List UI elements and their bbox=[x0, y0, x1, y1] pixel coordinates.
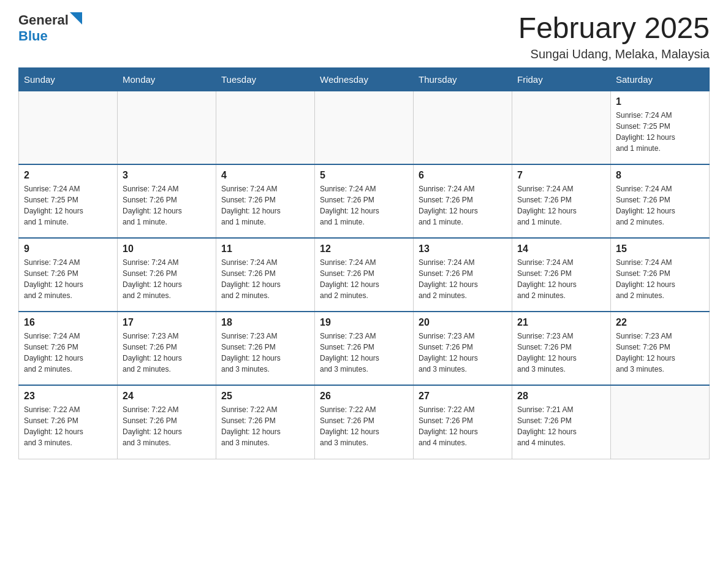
day-number: 18 bbox=[221, 317, 309, 328]
day-number: 11 bbox=[221, 243, 309, 255]
logo-triangle-icon bbox=[70, 12, 82, 25]
calendar-cell: 13Sunrise: 7:24 AM Sunset: 7:26 PM Dayli… bbox=[414, 238, 512, 312]
day-number: 16 bbox=[24, 317, 112, 328]
calendar-week-4: 16Sunrise: 7:24 AM Sunset: 7:26 PM Dayli… bbox=[19, 312, 710, 385]
day-number: 8 bbox=[616, 170, 704, 181]
day-number: 1 bbox=[616, 96, 704, 107]
day-info: Sunrise: 7:24 AM Sunset: 7:26 PM Dayligh… bbox=[419, 257, 507, 301]
day-number: 13 bbox=[419, 243, 507, 255]
day-number: 27 bbox=[419, 391, 507, 402]
day-info: Sunrise: 7:24 AM Sunset: 7:26 PM Dayligh… bbox=[24, 331, 112, 375]
calendar-cell: 18Sunrise: 7:23 AM Sunset: 7:26 PM Dayli… bbox=[216, 312, 315, 385]
calendar-cell: 17Sunrise: 7:23 AM Sunset: 7:26 PM Dayli… bbox=[118, 312, 216, 385]
day-number: 6 bbox=[419, 170, 507, 181]
logo-text: General Blue bbox=[18, 12, 82, 44]
day-number: 22 bbox=[616, 317, 704, 328]
day-number: 28 bbox=[517, 391, 605, 402]
day-number: 5 bbox=[320, 170, 408, 181]
day-info: Sunrise: 7:22 AM Sunset: 7:26 PM Dayligh… bbox=[24, 404, 112, 448]
calendar-cell: 6Sunrise: 7:24 AM Sunset: 7:26 PM Daylig… bbox=[414, 164, 512, 238]
day-info: Sunrise: 7:23 AM Sunset: 7:26 PM Dayligh… bbox=[123, 331, 211, 375]
location-text: Sungai Udang, Melaka, Malaysia bbox=[518, 47, 710, 61]
calendar-cell: 7Sunrise: 7:24 AM Sunset: 7:26 PM Daylig… bbox=[512, 164, 611, 238]
day-header-monday: Monday bbox=[118, 67, 216, 91]
day-number: 7 bbox=[517, 170, 605, 181]
day-info: Sunrise: 7:24 AM Sunset: 7:26 PM Dayligh… bbox=[24, 257, 112, 301]
calendar-cell: 12Sunrise: 7:24 AM Sunset: 7:26 PM Dayli… bbox=[315, 238, 414, 312]
day-number: 17 bbox=[123, 317, 211, 328]
day-number: 4 bbox=[221, 170, 309, 181]
calendar-cell: 4Sunrise: 7:24 AM Sunset: 7:26 PM Daylig… bbox=[216, 164, 315, 238]
calendar-cell: 11Sunrise: 7:24 AM Sunset: 7:26 PM Dayli… bbox=[216, 238, 315, 312]
calendar-week-1: 1Sunrise: 7:24 AM Sunset: 7:25 PM Daylig… bbox=[19, 91, 710, 164]
day-info: Sunrise: 7:22 AM Sunset: 7:26 PM Dayligh… bbox=[320, 404, 408, 448]
day-number: 15 bbox=[616, 243, 704, 255]
calendar-cell: 2Sunrise: 7:24 AM Sunset: 7:25 PM Daylig… bbox=[19, 164, 118, 238]
calendar-cell: 23Sunrise: 7:22 AM Sunset: 7:26 PM Dayli… bbox=[19, 385, 118, 459]
calendar-cell: 22Sunrise: 7:23 AM Sunset: 7:26 PM Dayli… bbox=[611, 312, 710, 385]
calendar-cell: 27Sunrise: 7:22 AM Sunset: 7:26 PM Dayli… bbox=[414, 385, 512, 459]
day-header-tuesday: Tuesday bbox=[216, 67, 315, 91]
calendar-cell: 9Sunrise: 7:24 AM Sunset: 7:26 PM Daylig… bbox=[19, 238, 118, 312]
day-info: Sunrise: 7:24 AM Sunset: 7:26 PM Dayligh… bbox=[123, 257, 211, 301]
calendar-cell: 3Sunrise: 7:24 AM Sunset: 7:26 PM Daylig… bbox=[118, 164, 216, 238]
calendar-cell: 21Sunrise: 7:23 AM Sunset: 7:26 PM Dayli… bbox=[512, 312, 611, 385]
day-number: 19 bbox=[320, 317, 408, 328]
day-info: Sunrise: 7:22 AM Sunset: 7:26 PM Dayligh… bbox=[123, 404, 211, 448]
calendar-cell bbox=[512, 91, 611, 164]
day-number: 21 bbox=[517, 317, 605, 328]
day-number: 24 bbox=[123, 391, 211, 402]
title-section: February 2025 Sungai Udang, Melaka, Mala… bbox=[518, 12, 710, 61]
day-number: 3 bbox=[123, 170, 211, 181]
calendar-cell bbox=[216, 91, 315, 164]
day-header-saturday: Saturday bbox=[611, 67, 710, 91]
logo-general: General bbox=[18, 12, 69, 28]
logo: General Blue bbox=[18, 12, 82, 44]
calendar-cell: 16Sunrise: 7:24 AM Sunset: 7:26 PM Dayli… bbox=[19, 312, 118, 385]
calendar-cell: 15Sunrise: 7:24 AM Sunset: 7:26 PM Dayli… bbox=[611, 238, 710, 312]
calendar-body: 1Sunrise: 7:24 AM Sunset: 7:25 PM Daylig… bbox=[19, 91, 710, 459]
day-info: Sunrise: 7:24 AM Sunset: 7:26 PM Dayligh… bbox=[419, 183, 507, 228]
calendar-cell: 10Sunrise: 7:24 AM Sunset: 7:26 PM Dayli… bbox=[118, 238, 216, 312]
day-info: Sunrise: 7:23 AM Sunset: 7:26 PM Dayligh… bbox=[517, 331, 605, 375]
day-info: Sunrise: 7:23 AM Sunset: 7:26 PM Dayligh… bbox=[616, 331, 704, 375]
day-number: 9 bbox=[24, 243, 112, 255]
day-number: 20 bbox=[419, 317, 507, 328]
day-header-wednesday: Wednesday bbox=[315, 67, 414, 91]
day-info: Sunrise: 7:24 AM Sunset: 7:25 PM Dayligh… bbox=[24, 183, 112, 228]
calendar-table: SundayMondayTuesdayWednesdayThursdayFrid… bbox=[18, 67, 710, 459]
calendar-week-3: 9Sunrise: 7:24 AM Sunset: 7:26 PM Daylig… bbox=[19, 238, 710, 312]
day-info: Sunrise: 7:24 AM Sunset: 7:26 PM Dayligh… bbox=[616, 257, 704, 301]
calendar-cell: 14Sunrise: 7:24 AM Sunset: 7:26 PM Dayli… bbox=[512, 238, 611, 312]
calendar-week-5: 23Sunrise: 7:22 AM Sunset: 7:26 PM Dayli… bbox=[19, 385, 710, 459]
day-info: Sunrise: 7:24 AM Sunset: 7:25 PM Dayligh… bbox=[616, 110, 704, 154]
calendar-cell: 1Sunrise: 7:24 AM Sunset: 7:25 PM Daylig… bbox=[611, 91, 710, 164]
calendar-cell: 25Sunrise: 7:22 AM Sunset: 7:26 PM Dayli… bbox=[216, 385, 315, 459]
calendar-cell: 8Sunrise: 7:24 AM Sunset: 7:26 PM Daylig… bbox=[611, 164, 710, 238]
calendar-week-2: 2Sunrise: 7:24 AM Sunset: 7:25 PM Daylig… bbox=[19, 164, 710, 238]
calendar-cell bbox=[118, 91, 216, 164]
day-info: Sunrise: 7:23 AM Sunset: 7:26 PM Dayligh… bbox=[320, 331, 408, 375]
calendar-cell bbox=[414, 91, 512, 164]
calendar-cell: 26Sunrise: 7:22 AM Sunset: 7:26 PM Dayli… bbox=[315, 385, 414, 459]
day-info: Sunrise: 7:24 AM Sunset: 7:26 PM Dayligh… bbox=[320, 257, 408, 301]
page-header: General Blue February 2025 Sungai Udang,… bbox=[18, 12, 710, 61]
day-info: Sunrise: 7:21 AM Sunset: 7:26 PM Dayligh… bbox=[517, 404, 605, 448]
day-number: 26 bbox=[320, 391, 408, 402]
calendar-cell: 28Sunrise: 7:21 AM Sunset: 7:26 PM Dayli… bbox=[512, 385, 611, 459]
day-number: 2 bbox=[24, 170, 112, 181]
day-info: Sunrise: 7:24 AM Sunset: 7:26 PM Dayligh… bbox=[123, 183, 211, 228]
day-info: Sunrise: 7:22 AM Sunset: 7:26 PM Dayligh… bbox=[221, 404, 309, 448]
day-number: 12 bbox=[320, 243, 408, 255]
logo-blue: Blue bbox=[18, 28, 48, 44]
day-info: Sunrise: 7:22 AM Sunset: 7:26 PM Dayligh… bbox=[419, 404, 507, 448]
calendar-cell bbox=[315, 91, 414, 164]
day-header-sunday: Sunday bbox=[19, 67, 118, 91]
calendar-cell: 5Sunrise: 7:24 AM Sunset: 7:26 PM Daylig… bbox=[315, 164, 414, 238]
day-number: 10 bbox=[123, 243, 211, 255]
day-info: Sunrise: 7:24 AM Sunset: 7:26 PM Dayligh… bbox=[221, 257, 309, 301]
day-number: 23 bbox=[24, 391, 112, 402]
calendar-cell: 20Sunrise: 7:23 AM Sunset: 7:26 PM Dayli… bbox=[414, 312, 512, 385]
day-info: Sunrise: 7:24 AM Sunset: 7:26 PM Dayligh… bbox=[320, 183, 408, 228]
day-number: 25 bbox=[221, 391, 309, 402]
